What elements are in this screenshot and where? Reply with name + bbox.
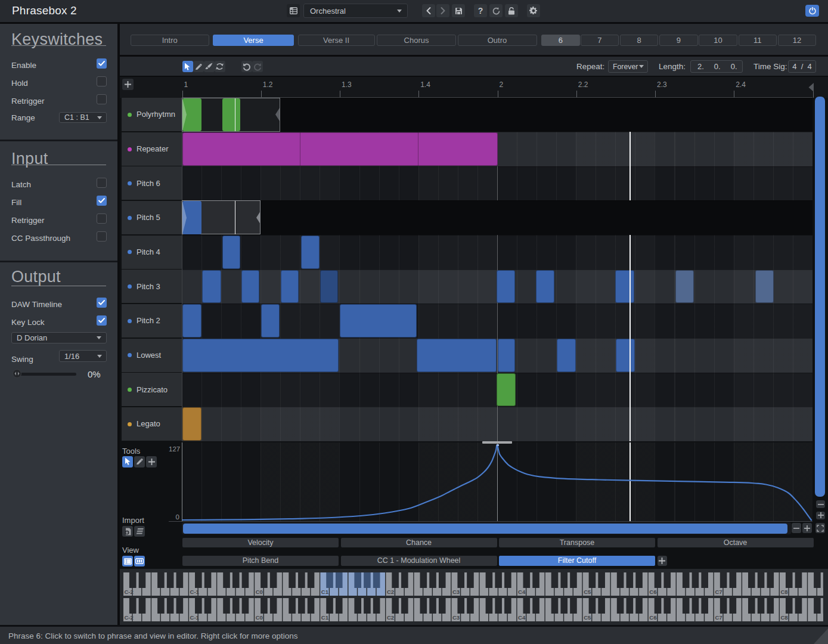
svg-text:C1: C1 — [321, 589, 329, 595]
svg-text:C5: C5 — [584, 589, 591, 595]
svg-text:C5: C5 — [584, 614, 591, 621]
svg-text:C8: C8 — [781, 614, 788, 621]
svg-text:C0: C0 — [256, 614, 263, 621]
svg-text:C2: C2 — [387, 614, 394, 621]
svg-text:C4: C4 — [518, 614, 526, 621]
svg-text:C1: C1 — [321, 614, 329, 621]
svg-text:C4: C4 — [518, 589, 526, 595]
svg-text:C3: C3 — [452, 589, 460, 595]
svg-text:C-2: C-2 — [125, 614, 134, 621]
svg-text:C-1: C-1 — [190, 614, 200, 621]
svg-text:C3: C3 — [452, 614, 460, 621]
svg-text:C8: C8 — [781, 589, 788, 595]
svg-text:C7: C7 — [715, 614, 722, 621]
svg-text:C6: C6 — [649, 614, 656, 621]
svg-text:C0: C0 — [256, 589, 263, 595]
svg-text:C7: C7 — [715, 589, 722, 595]
svg-text:C6: C6 — [649, 589, 656, 595]
svg-text:C-2: C-2 — [125, 589, 134, 595]
svg-text:C2: C2 — [387, 589, 394, 595]
svg-text:C-1: C-1 — [190, 589, 200, 595]
